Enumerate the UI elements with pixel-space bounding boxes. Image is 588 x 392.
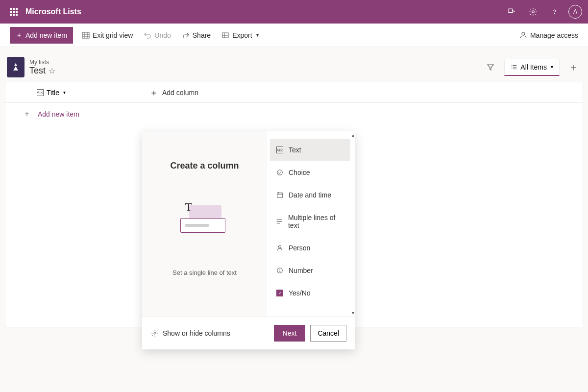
list-view-icon xyxy=(511,64,517,71)
column-type-choice[interactable]: Choice xyxy=(270,162,350,183)
svg-point-10 xyxy=(522,32,525,35)
user-avatar[interactable]: A xyxy=(568,5,582,19)
settings-icon[interactable] xyxy=(525,4,541,20)
add-new-item-button[interactable]: ＋ Add new item xyxy=(10,27,73,44)
svg-rect-18 xyxy=(277,193,283,198)
column-type-number[interactable]: 1 Number xyxy=(270,260,350,281)
svg-text:1: 1 xyxy=(279,269,281,272)
filter-icon[interactable] xyxy=(483,59,498,75)
plus-icon: ＋ xyxy=(16,31,23,40)
breadcrumb[interactable]: My lists xyxy=(29,59,55,66)
share-icon xyxy=(182,31,190,39)
multiline-icon xyxy=(276,218,283,225)
add-column-button[interactable]: ＋ Add column xyxy=(138,87,198,98)
undo-icon xyxy=(144,31,151,39)
app-title: Microsoft Lists xyxy=(25,7,81,16)
favorite-star-icon[interactable]: ☆ xyxy=(49,66,55,75)
column-type-illustration: T xyxy=(180,205,229,240)
help-icon[interactable] xyxy=(547,4,563,20)
list-header: My lists Test ☆ All Items ▾ ＋ xyxy=(0,47,588,82)
choice-icon xyxy=(276,169,284,176)
column-type-datetime[interactable]: Date and time xyxy=(270,184,350,206)
panel-subtext: Set a single line of text xyxy=(172,269,237,276)
number-icon: 1 xyxy=(276,267,284,274)
column-type-yesno[interactable]: ✓ Yes/No xyxy=(270,282,350,304)
svg-point-25 xyxy=(278,245,281,248)
text-column-icon: Abc xyxy=(37,89,44,96)
show-hide-columns-button[interactable]: Show or hide columns xyxy=(151,329,230,337)
column-type-multiline[interactable]: Multiple lines of text xyxy=(270,207,350,236)
export-icon xyxy=(221,31,229,39)
exit-grid-view-button[interactable]: Exit grid view xyxy=(80,29,135,41)
cancel-button[interactable]: Cancel xyxy=(310,325,346,342)
svg-point-1 xyxy=(554,13,555,14)
text-icon: Abc xyxy=(276,146,284,154)
svg-point-0 xyxy=(532,11,535,13)
view-selector[interactable]: All Items ▾ xyxy=(504,59,560,76)
column-type-text[interactable]: Abc Text xyxy=(270,139,350,161)
chevron-down-icon: ▾ xyxy=(63,90,66,95)
add-view-button[interactable]: ＋ xyxy=(565,59,581,75)
next-button[interactable]: Next xyxy=(274,325,306,342)
yesno-icon: ✓ xyxy=(276,289,284,297)
svg-point-28 xyxy=(154,332,156,334)
person-icon xyxy=(519,31,527,39)
person-icon xyxy=(276,244,284,252)
add-item-row[interactable]: ＋ Add new item xyxy=(5,103,583,125)
svg-rect-2 xyxy=(82,32,89,38)
scroll-down-icon[interactable]: ▾ xyxy=(352,310,354,316)
list-title: Test xyxy=(29,66,46,76)
list-icon xyxy=(7,57,24,77)
column-type-person[interactable]: Person xyxy=(270,237,350,259)
column-header-title[interactable]: Abc Title ▾ xyxy=(5,89,138,97)
plus-icon: ＋ xyxy=(149,87,158,98)
command-toolbar: ＋ Add new item Exit grid view Undo Share… xyxy=(0,24,588,47)
gear-icon xyxy=(151,329,159,337)
app-launcher-icon[interactable] xyxy=(6,4,22,20)
scroll-up-icon[interactable]: ▴ xyxy=(352,132,354,138)
panel-heading: Create a column xyxy=(170,161,239,171)
panel-preview: Create a column T Set a single line of t… xyxy=(142,131,267,317)
manage-access-button[interactable]: Manage access xyxy=(519,31,578,39)
app-header: Microsoft Lists A xyxy=(0,0,588,24)
chevron-down-icon: ▾ xyxy=(256,32,259,38)
plus-icon: ＋ xyxy=(23,109,31,119)
svg-point-17 xyxy=(277,170,283,175)
column-type-list[interactable]: ▴ Abc Text Choice Date and time Multiple… xyxy=(267,131,355,317)
undo-button[interactable]: Undo xyxy=(142,29,172,41)
grid-icon xyxy=(82,31,90,39)
create-column-panel: Create a column T Set a single line of t… xyxy=(142,131,355,349)
export-button[interactable]: Export ▾ xyxy=(220,29,260,41)
share-button[interactable]: Share xyxy=(180,29,213,41)
premium-icon[interactable] xyxy=(504,4,519,20)
chevron-down-icon: ▾ xyxy=(551,64,553,70)
calendar-icon xyxy=(276,191,284,199)
